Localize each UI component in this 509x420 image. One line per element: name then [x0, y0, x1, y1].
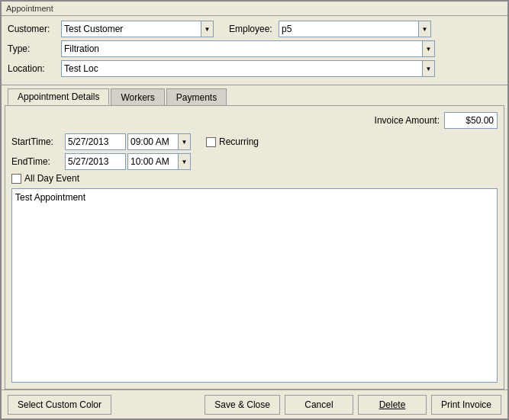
start-time-row: StartTime: 09:00 AM ▼ Recurring: [11, 133, 498, 150]
type-dropdown-btn[interactable]: ▼: [422, 41, 434, 56]
all-day-row: All Day Event: [11, 173, 498, 184]
location-row: Location: Test Loc ▼: [8, 60, 501, 77]
start-time-value: 09:00 AM: [128, 136, 178, 148]
recurring-label: Recurring: [219, 136, 259, 147]
chevron-down-icon: ▼: [426, 46, 432, 53]
type-row: Type: Filtration ▼: [8, 40, 501, 57]
all-day-checkbox[interactable]: [11, 174, 21, 184]
right-buttons: Save & Close Cancel Delete Print Invoice: [205, 395, 501, 415]
chevron-down-icon: ▼: [426, 66, 432, 72]
end-time-row: EndTime: 10:00 AM ▼: [11, 153, 498, 170]
location-dropdown-btn[interactable]: ▼: [422, 61, 434, 76]
bottom-bar: Select Custom Color Save & Close Cancel …: [2, 390, 507, 418]
employee-select[interactable]: p5 ▼: [279, 21, 431, 37]
type-label: Type:: [8, 43, 61, 54]
end-time-label: EndTime:: [11, 156, 65, 167]
cancel-button[interactable]: Cancel: [285, 395, 353, 415]
invoice-amount-label: Invoice Amount:: [375, 115, 440, 126]
location-value: Test Loc: [62, 63, 422, 75]
tab-bar: Appointment Details Workers Payments: [2, 85, 507, 105]
save-close-button[interactable]: Save & Close: [205, 395, 280, 415]
tab-workers[interactable]: Workers: [111, 88, 164, 105]
end-time-dropdown-btn[interactable]: ▼: [178, 154, 190, 169]
customer-label: Customer:: [8, 24, 61, 34]
employee-value: p5: [279, 23, 418, 35]
location-label: Location:: [8, 63, 61, 74]
end-time-value: 10:00 AM: [128, 155, 178, 168]
tab-content-appointment-details: Invoice Amount: StartTime: 09:00 AM ▼ Re…: [5, 105, 504, 390]
start-time-dropdown-btn[interactable]: ▼: [178, 134, 190, 149]
tab-appointment-details[interactable]: Appointment Details: [8, 88, 109, 105]
customer-value: Test Customer: [62, 23, 201, 35]
invoice-row: Invoice Amount:: [11, 112, 498, 129]
customer-dropdown-btn[interactable]: ▼: [201, 21, 213, 37]
delete-button[interactable]: Delete: [358, 395, 427, 415]
employee-label: Employee:: [229, 24, 279, 34]
start-time-select[interactable]: 09:00 AM ▼: [127, 133, 191, 150]
tab-payments[interactable]: Payments: [166, 88, 227, 105]
tab-container: Appointment Details Workers Payments Inv…: [2, 85, 507, 390]
start-date-input[interactable]: [65, 133, 126, 150]
invoice-amount-input[interactable]: [444, 112, 498, 129]
chevron-down-icon: ▼: [182, 159, 188, 165]
notes-textarea[interactable]: [11, 188, 498, 383]
customer-select[interactable]: Test Customer ▼: [61, 21, 214, 37]
end-time-select[interactable]: 10:00 AM ▼: [127, 153, 191, 170]
appointment-window: Appointment Customer: Test Customer ▼ Em…: [0, 0, 509, 420]
employee-dropdown-btn[interactable]: ▼: [418, 21, 430, 37]
all-day-label: All Day Event: [24, 173, 79, 184]
recurring-wrapper: Recurring: [206, 136, 259, 147]
location-select[interactable]: Test Loc ▼: [61, 60, 435, 77]
print-invoice-button[interactable]: Print Invoice: [431, 395, 501, 415]
select-custom-color-button[interactable]: Select Custom Color: [8, 395, 111, 415]
window-title: Appointment: [6, 4, 53, 13]
employee-row: Employee: p5 ▼: [229, 21, 431, 37]
customer-employee-row: Customer: Test Customer ▼ Employee: p5 ▼: [8, 21, 501, 37]
title-bar: Appointment: [2, 2, 507, 16]
start-time-label: StartTime:: [11, 136, 65, 147]
type-value: Filtration: [62, 43, 422, 55]
type-select[interactable]: Filtration ▼: [61, 40, 435, 57]
chevron-down-icon: ▼: [182, 139, 188, 146]
chevron-down-icon: ▼: [205, 26, 211, 33]
form-area: Customer: Test Customer ▼ Employee: p5 ▼…: [2, 16, 507, 85]
end-date-input[interactable]: [65, 153, 126, 170]
recurring-checkbox[interactable]: [206, 137, 216, 147]
chevron-down-icon: ▼: [422, 26, 428, 33]
